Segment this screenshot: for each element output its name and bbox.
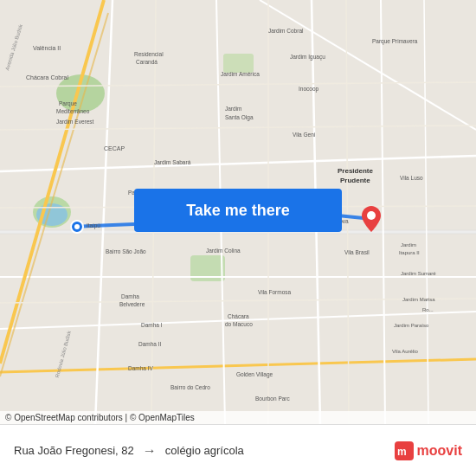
svg-text:Jardim Colina: Jardim Colina [206,248,241,254]
svg-text:Itaipú: Itaipú [87,222,100,229]
arrow-icon: → [143,443,157,459]
svg-text:Jardim Sumaré: Jardim Sumaré [401,271,436,276]
svg-text:Bourbon Parc: Bourbon Parc [255,396,290,402]
svg-text:Presidente: Presidente [338,167,373,175]
svg-text:Parque: Parque [59,100,77,107]
moovit-logo: m moovit [395,441,462,460]
svg-text:Santa Olga: Santa Olga [225,114,254,121]
moovit-brand-text: moovit [417,443,462,459]
svg-point-74 [367,211,376,220]
svg-text:Vila Aurélio: Vila Aurélio [392,349,419,354]
svg-line-20 [0,125,476,130]
svg-text:do Macuco: do Macuco [225,321,253,327]
svg-text:Chácara: Chácara [228,313,249,319]
svg-text:Jardim: Jardim [401,242,416,248]
bottom-navigation-bar: Rua João Fregonesi, 82 → colégio agrícol… [0,424,476,476]
svg-text:Mediterrâneo: Mediterrâneo [56,108,90,114]
svg-text:Residencial: Residencial [134,51,164,57]
svg-text:Belvedere: Belvedere [119,301,145,307]
svg-text:Jardim Iguaçu: Jardim Iguaçu [290,54,325,61]
svg-text:Itapura II: Itapura II [399,250,420,255]
svg-text:Jardim Sabará: Jardim Sabará [154,159,191,165]
svg-text:CECAP: CECAP [104,145,125,151]
svg-text:Carandá: Carandá [136,59,158,65]
svg-line-17 [0,13,108,376]
moovit-logo-icon: m [395,441,414,460]
svg-line-7 [0,156,476,171]
map-container: Valência II Chácara Cobral Parque Medite… [0,0,476,424]
svg-text:Jardim Everest: Jardim Everest [56,119,94,125]
svg-text:Vila Formosa: Vila Formosa [258,289,292,295]
svg-text:Ro...: Ro... [422,307,434,312]
svg-text:Jardim: Jardim [225,106,242,112]
svg-line-16 [0,0,104,363]
svg-line-18 [260,0,476,130]
origin-pin [69,219,85,238]
map-attribution: © OpenStreetMap contributors | © OpenMap… [0,411,476,424]
svg-text:Damha: Damha [121,293,139,299]
svg-text:Jardim América: Jardim América [221,71,260,77]
svg-text:Jardim Cobral: Jardim Cobral [268,28,304,34]
svg-text:Valência II: Valência II [33,45,61,51]
svg-line-11 [95,0,113,424]
svg-text:Golden Village: Golden Village [236,371,273,378]
svg-line-10 [0,359,476,372]
svg-text:Prudente: Prudente [340,177,370,184]
svg-text:Inocoop: Inocoop [299,86,319,93]
destination-label: colégio agrícola [165,444,244,457]
svg-text:Jardim Paraíso: Jardim Paraíso [394,323,429,328]
svg-text:Vila Geni: Vila Geni [293,132,315,138]
svg-text:m: m [397,446,407,458]
svg-text:Damha IV: Damha IV [128,365,154,371]
svg-point-73 [74,224,80,229]
svg-line-25 [346,0,349,424]
svg-text:Jardim Marisa: Jardim Marisa [402,297,435,302]
destination-pin [362,206,381,235]
svg-rect-2 [223,54,254,73]
take-me-there-button[interactable]: Take me there [134,189,342,232]
svg-text:Avenida Júlio Budisk: Avenida Júlio Budisk [4,23,23,71]
svg-text:Bairro do Cedro: Bairro do Cedro [170,384,210,390]
svg-text:Parque Primavera: Parque Primavera [372,38,418,45]
svg-text:Bairro São João: Bairro São João [106,248,146,254]
origin-label: Rua João Fregonesi, 82 [14,444,134,457]
svg-text:Damha II: Damha II [138,341,162,347]
svg-text:Chácara Cobral: Chácara Cobral [26,74,68,80]
svg-text:Damha I: Damha I [141,322,163,328]
svg-text:Vila Luso: Vila Luso [400,175,423,181]
svg-text:Vila Brasil: Vila Brasil [344,249,370,255]
